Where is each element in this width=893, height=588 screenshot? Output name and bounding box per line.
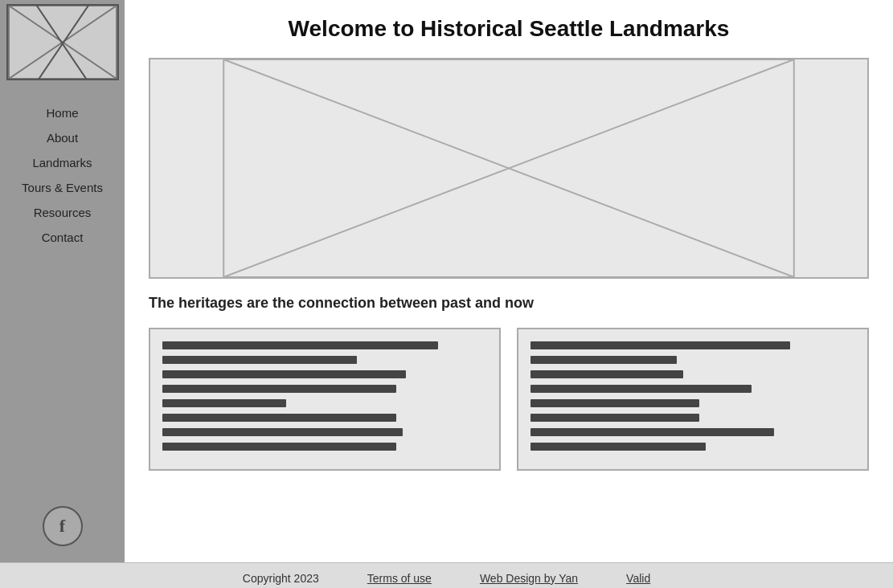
text-block-left	[149, 328, 501, 471]
footer-copyright: Copyright 2023	[243, 572, 319, 585]
nav-contact[interactable]: Contact	[42, 229, 84, 246]
logo-placeholder-image	[8, 6, 117, 79]
footer-valid-link[interactable]: Valid	[626, 572, 650, 585]
hero-placeholder-svg	[150, 59, 867, 277]
nav-menu: Home About Landmarks Tours & Events Reso…	[0, 104, 125, 246]
text-line	[530, 385, 752, 393]
footer-web-design-link[interactable]: Web Design by Yan	[480, 572, 578, 585]
text-line	[530, 414, 699, 422]
text-line	[162, 356, 357, 364]
nav-home[interactable]: Home	[46, 104, 78, 121]
text-line	[162, 399, 286, 407]
nav-landmarks[interactable]: Landmarks	[32, 154, 92, 171]
main-content: Welcome to Historical Seattle Landmarks …	[125, 0, 893, 562]
text-line	[530, 443, 706, 451]
text-line	[162, 443, 396, 451]
text-line	[162, 428, 403, 436]
text-line	[530, 341, 790, 349]
text-line	[530, 356, 677, 364]
nav-tours-events[interactable]: Tours & Events	[22, 179, 103, 196]
footer-terms-link[interactable]: Terms of use	[367, 572, 432, 585]
text-line	[530, 428, 774, 436]
text-line	[530, 399, 699, 407]
footer: Copyright 2023 Terms of use Web Design b…	[0, 562, 893, 588]
text-line	[162, 370, 406, 378]
text-blocks-container	[149, 328, 869, 471]
tagline: The heritages are the connection between…	[149, 295, 869, 312]
facebook-button[interactable]: f	[43, 506, 83, 546]
text-line	[162, 385, 396, 393]
page-title: Welcome to Historical Seattle Landmarks	[149, 16, 869, 42]
sidebar: Home About Landmarks Tours & Events Reso…	[0, 0, 125, 562]
text-line	[530, 370, 683, 378]
text-line	[162, 341, 438, 349]
logo	[6, 4, 119, 80]
text-line	[162, 414, 396, 422]
nav-resources[interactable]: Resources	[34, 204, 92, 221]
text-block-right	[517, 328, 869, 471]
hero-image	[149, 58, 869, 279]
nav-about[interactable]: About	[47, 129, 78, 146]
